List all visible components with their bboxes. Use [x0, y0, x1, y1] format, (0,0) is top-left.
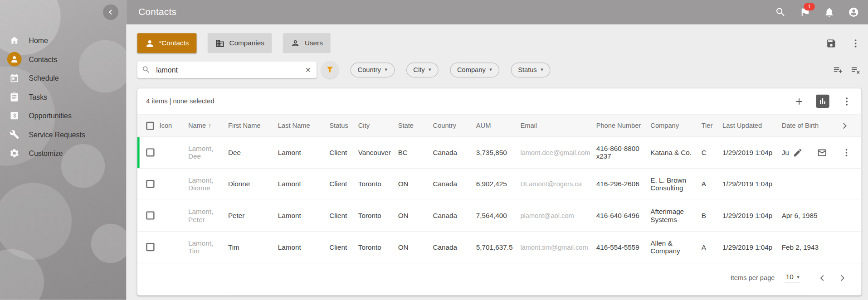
account-button[interactable] [847, 5, 860, 19]
column-header-email[interactable]: Email [520, 122, 596, 130]
cell-dob: Apr 6, 1985 [782, 212, 837, 220]
add-record-button[interactable] [793, 95, 805, 107]
contacts-icon [7, 52, 22, 67]
filter-toggle-button[interactable] [321, 61, 339, 78]
chevron-down-icon: ▾ [541, 67, 543, 73]
column-header-phone[interactable]: Phone Number [596, 122, 651, 130]
previous-page-button[interactable] [816, 271, 828, 284]
cell-phone: 416-860-8800 x237 [596, 145, 651, 160]
row-checkbox[interactable] [146, 211, 154, 219]
table-row[interactable]: Lamont, Peter Peter Lamont Client Toront… [137, 200, 862, 232]
column-header-aum[interactable]: AUM [476, 122, 521, 130]
view-menu-button[interactable] [849, 37, 862, 49]
column-header-last-updated[interactable]: Last Updated [722, 122, 782, 130]
add-filter-list-button[interactable] [831, 63, 844, 76]
column-header-status[interactable]: Status [329, 122, 358, 130]
tab-companies[interactable]: Companies [208, 33, 272, 53]
sidebar-item-service-requests[interactable]: Service Requests [0, 125, 126, 144]
kebab-menu-icon [841, 96, 852, 106]
tab-contacts[interactable]: *Contacts [137, 33, 197, 53]
filter-chip-company[interactable]: Company ▾ [450, 62, 499, 77]
cell-country: Canada [433, 212, 476, 220]
select-all-checkbox[interactable] [146, 121, 154, 130]
filter-chip-status[interactable]: Status ▾ [511, 62, 550, 77]
row-menu-button[interactable] [840, 146, 853, 159]
sidebar-collapse-button[interactable] [103, 5, 118, 20]
chart-view-button[interactable] [816, 95, 829, 108]
column-header-company[interactable]: Company [650, 122, 701, 130]
gear-icon [7, 146, 22, 160]
table-row[interactable]: Lamont, Dee Dee Lamont Client Vancouver … [137, 137, 862, 169]
view-actions [825, 37, 862, 49]
next-page-button[interactable] [836, 271, 848, 284]
tab-users[interactable]: Users [283, 33, 331, 53]
sort-asc-icon: ↑ [208, 122, 211, 130]
column-header-last-name[interactable]: Last Name [278, 122, 330, 130]
table-row[interactable]: Lamont, Dionne Dionne Lamont Client Toro… [137, 169, 862, 200]
pagination-bar: Items per page 10 ▾ [137, 263, 862, 292]
column-header-name[interactable]: Name↑ [188, 122, 228, 130]
column-header-state[interactable]: State [398, 122, 433, 130]
edit-row-button[interactable] [792, 146, 804, 159]
row-checkbox[interactable] [146, 180, 154, 188]
cell-state: ON [398, 180, 433, 188]
search-icon [141, 65, 151, 74]
scroll-columns-right-button[interactable] [838, 120, 850, 132]
filter-chip-city[interactable]: City ▾ [406, 62, 438, 77]
clear-filter-list-button[interactable] [849, 63, 862, 76]
grid-header-row: Icon Name↑ First Name Last Name Status C… [137, 114, 862, 137]
grid-menu-button[interactable] [840, 95, 853, 107]
save-icon [826, 38, 836, 48]
column-header-tier[interactable]: Tier [702, 122, 722, 130]
row-checkbox[interactable] [146, 243, 154, 251]
alerts-button[interactable]: 1 [798, 5, 811, 19]
cell-aum: 3,735,850 [476, 149, 521, 156]
tab-label: *Contacts [159, 39, 189, 47]
plus-icon [794, 96, 804, 106]
sidebar-item-home[interactable]: Home [0, 31, 126, 50]
tab-label: Users [305, 39, 323, 47]
home-icon [7, 33, 22, 48]
filter-bar: ✕ Country ▾ City ▾ Company ▾ S [126, 53, 868, 78]
chevron-left-icon [817, 272, 827, 283]
cell-first-name: Peter [228, 212, 278, 220]
cell-name: Lamont, Dee [188, 145, 228, 160]
table-row[interactable]: Lamont, Tim Tim Lamont Client Toronto ON… [137, 232, 862, 263]
filter-chip-country[interactable]: Country ▾ [351, 62, 395, 77]
pager-controls [816, 271, 848, 284]
playlist-add-icon [832, 64, 843, 75]
column-header-first-name[interactable]: First Name [228, 122, 278, 130]
cell-tier: A [702, 180, 722, 188]
sidebar-item-tasks[interactable]: Tasks [0, 87, 126, 106]
cell-tier: C [702, 149, 722, 156]
cell-last-updated: 1/29/2019 1:04p [722, 243, 782, 251]
clear-search-button[interactable]: ✕ [304, 66, 312, 74]
kebab-menu-icon [850, 38, 860, 48]
sidebar-item-opportunities[interactable]: Opportunities [0, 106, 126, 125]
column-header-country[interactable]: Country [433, 122, 476, 130]
chip-label: Status [518, 66, 537, 73]
cell-country: Canada [433, 180, 476, 188]
cell-status: Client [329, 149, 358, 156]
bar-chart-icon [818, 97, 827, 106]
search-button[interactable] [774, 5, 787, 19]
notifications-button[interactable] [823, 5, 836, 19]
sidebar-item-schedule[interactable]: Schedule [0, 68, 126, 87]
sidebar-item-contacts[interactable]: Contacts [0, 50, 126, 69]
column-header-dob[interactable]: Date of Birth [782, 122, 837, 130]
grid-toolbar-actions [793, 95, 853, 108]
save-view-button[interactable] [825, 37, 837, 49]
search-input[interactable] [155, 65, 300, 74]
pencil-icon [793, 148, 803, 158]
cell-state: BC [398, 149, 433, 156]
column-header-icon[interactable]: Icon [160, 122, 188, 130]
items-per-page-select[interactable]: 10 ▾ [785, 272, 800, 283]
row-checkbox[interactable] [146, 148, 154, 156]
chevron-down-icon: ▾ [797, 274, 800, 280]
cell-phone: 416-640-6496 [596, 212, 651, 220]
grid-toolbar: 4 items | none selected [137, 88, 862, 114]
sidebar-item-customize[interactable]: Customize [0, 144, 126, 163]
email-row-button[interactable] [816, 146, 828, 159]
column-header-city[interactable]: City [358, 122, 398, 130]
playlist-remove-icon [850, 64, 860, 75]
